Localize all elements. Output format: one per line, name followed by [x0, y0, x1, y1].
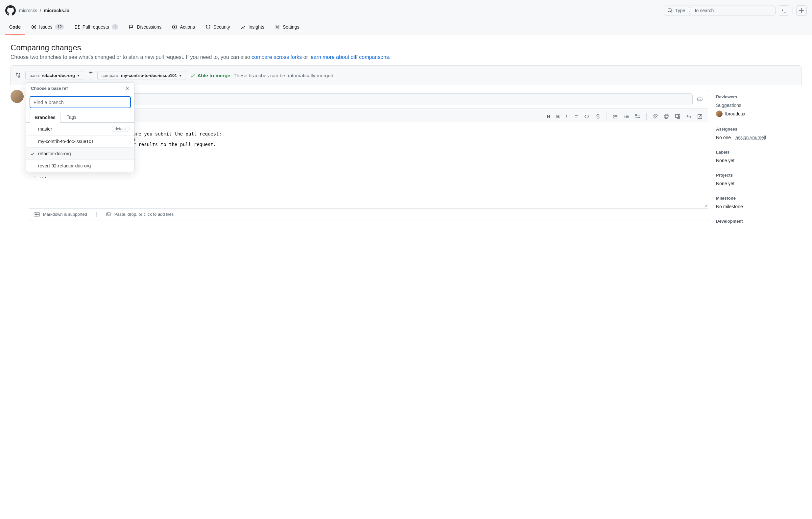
- user-avatar[interactable]: [10, 90, 24, 103]
- branch-search-input[interactable]: [30, 96, 131, 108]
- italic-button[interactable]: I: [566, 113, 567, 119]
- command-palette-button[interactable]: [779, 5, 789, 16]
- development-title[interactable]: Development: [716, 219, 802, 224]
- reviewers-title[interactable]: Reviewers: [716, 94, 802, 99]
- unordered-list-button[interactable]: [624, 114, 629, 119]
- attach-button[interactable]: [652, 114, 658, 119]
- reviewer-avatar: [716, 110, 723, 117]
- nav-insights[interactable]: Insights: [237, 22, 268, 35]
- nav-discussions[interactable]: Discussions: [125, 22, 165, 35]
- compare-forks-link[interactable]: compare across forks: [252, 54, 302, 60]
- copilot-icon: [697, 97, 703, 102]
- toolbar-divider: [607, 113, 607, 120]
- compare-branch-button[interactable]: compare: my-contrib-to-doc-issue101 ▼: [97, 71, 186, 80]
- search-placeholder-post: to search: [695, 8, 714, 13]
- breadcrumb: microcks / microcks.io: [19, 8, 69, 13]
- base-branch-button[interactable]: base: refactor-doc-org ▼: [25, 71, 84, 80]
- nav-code[interactable]: Code: [5, 22, 25, 35]
- svg-point-8: [624, 116, 625, 117]
- nav-issues-label: Issues: [39, 24, 52, 30]
- branch-name: my-contrib-to-doc-issue101: [38, 139, 94, 144]
- issue-icon: [31, 24, 36, 30]
- cross-reference-button[interactable]: [675, 114, 680, 119]
- milestone-title[interactable]: Milestone: [716, 196, 802, 201]
- fullscreen-button[interactable]: [697, 114, 702, 119]
- dropdown-title: Choose a base ref: [31, 86, 68, 91]
- assignees-title[interactable]: Assignees: [716, 127, 802, 132]
- repo-name[interactable]: microcks.io: [44, 8, 69, 13]
- dropdown-tab-tags[interactable]: Tags: [62, 111, 82, 122]
- nav-actions-label: Actions: [180, 24, 195, 30]
- merge-status: Able to merge. These branches can be aut…: [190, 73, 335, 78]
- svg-point-15: [108, 214, 108, 214]
- default-badge: default: [112, 126, 129, 132]
- breadcrumb-slash: /: [40, 8, 41, 13]
- branch-option[interactable]: my-contrib-to-doc-issue101: [26, 135, 134, 147]
- projects-none: None yet: [716, 181, 802, 186]
- labels-none: None yet: [716, 158, 802, 163]
- labels-title[interactable]: Labels: [716, 149, 802, 155]
- quote-button[interactable]: [573, 114, 578, 119]
- assign-yourself-link[interactable]: assign yourself: [735, 135, 766, 140]
- nav-security[interactable]: Security: [202, 22, 234, 35]
- markdown-icon: [34, 212, 40, 217]
- global-search[interactable]: Type / to search: [664, 6, 776, 16]
- svg-point-3: [277, 26, 278, 28]
- nav-settings[interactable]: Settings: [271, 22, 303, 35]
- branch-option[interactable]: revert-92-refactor-doc-org: [26, 160, 134, 172]
- assignees-none: No one—: [716, 135, 735, 140]
- projects-title[interactable]: Projects: [716, 173, 802, 177]
- copilot-button[interactable]: [695, 95, 704, 104]
- files-hint[interactable]: Paste, drop, or click to add files: [106, 212, 174, 217]
- nav-settings-label: Settings: [283, 24, 299, 30]
- add-button[interactable]: [796, 5, 807, 16]
- branch-name: refactor-doc-org: [38, 151, 71, 156]
- nav-pulls-label: Pull requests: [83, 24, 109, 30]
- milestone-none: No milestone: [716, 204, 802, 209]
- branch-option[interactable]: refactor-doc-org: [26, 147, 134, 160]
- chevron-down-icon: ▼: [77, 74, 80, 77]
- dropdown-tab-branches[interactable]: Branches: [30, 112, 60, 123]
- nav-pulls[interactable]: Pull requests 1: [71, 22, 123, 35]
- reviewers-suggestions-label: Suggestions: [716, 103, 802, 108]
- compare-icon: [16, 72, 21, 78]
- ordered-list-button[interactable]: [613, 114, 618, 119]
- play-icon: [172, 24, 177, 30]
- diff-docs-link[interactable]: learn more about diff comparisons: [309, 54, 389, 60]
- compare-arrow: ...: [88, 71, 93, 80]
- slash-key-hint: /: [688, 7, 692, 13]
- github-logo[interactable]: [5, 5, 16, 16]
- svg-point-6: [701, 99, 701, 100]
- mention-button[interactable]: @: [664, 113, 669, 119]
- svg-point-7: [624, 115, 625, 115]
- reviewer-suggestion[interactable]: lbroudoux: [716, 110, 802, 117]
- nav-discussions-label: Discussions: [137, 24, 162, 30]
- repo-owner[interactable]: microcks: [19, 8, 37, 13]
- bold-button[interactable]: B: [556, 113, 560, 119]
- pulls-count: 1: [112, 24, 119, 30]
- close-icon: [125, 86, 129, 91]
- toolbar-divider: [646, 113, 647, 120]
- nav-insights-label: Insights: [249, 24, 264, 30]
- nav-issues[interactable]: Issues 12: [27, 22, 68, 35]
- svg-point-9: [624, 117, 625, 118]
- repo-nav: Code Issues 12 Pull requests 1 Discussio…: [5, 20, 807, 35]
- code-button[interactable]: [584, 114, 589, 119]
- heading-button[interactable]: H: [547, 113, 550, 119]
- branch-option[interactable]: masterdefault: [26, 123, 134, 135]
- svg-rect-10: [635, 114, 637, 116]
- link-button[interactable]: [596, 114, 601, 119]
- svg-point-1: [33, 26, 34, 28]
- close-button[interactable]: [125, 86, 129, 91]
- search-placeholder-pre: Type: [675, 8, 685, 13]
- markdown-hint[interactable]: Markdown is supported: [34, 212, 87, 217]
- plus-icon: [799, 8, 804, 13]
- reply-button[interactable]: [686, 114, 691, 119]
- svg-point-5: [699, 99, 699, 100]
- compare-bar: base: refactor-doc-org ▼ ... compare: my…: [10, 65, 802, 85]
- nav-code-label: Code: [9, 24, 21, 30]
- issues-count: 12: [55, 24, 64, 30]
- task-list-button[interactable]: [635, 114, 640, 119]
- nav-actions[interactable]: Actions: [168, 22, 199, 35]
- gear-icon: [275, 24, 280, 30]
